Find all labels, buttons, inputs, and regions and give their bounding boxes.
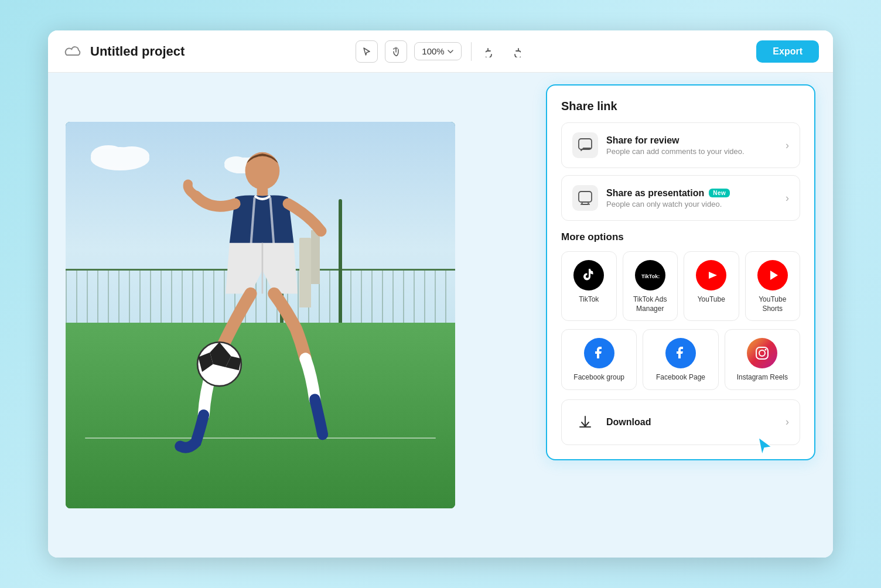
download-icon <box>572 409 598 435</box>
export-button[interactable]: Export <box>756 40 819 63</box>
platform-tiktok-ads[interactable]: TikTok: For Business TikTok Ads Manager <box>623 251 678 321</box>
svg-text:TikTok:: TikTok: <box>641 274 660 279</box>
cursor-arrow <box>754 436 775 457</box>
zoom-button[interactable]: 100% <box>414 42 461 60</box>
share-presentation-text: Share as presentation New People can onl… <box>606 188 777 208</box>
share-presentation-name: Share as presentation New <box>606 188 777 199</box>
video-canvas <box>66 122 455 508</box>
share-presentation-chevron: › <box>786 192 789 204</box>
instagram-reels-icon <box>747 338 777 368</box>
app-window: Untitled project 100% <box>48 30 833 558</box>
share-review-desc: People can add comments to your video. <box>606 147 777 156</box>
svg-rect-11 <box>579 192 592 202</box>
instagram-reels-label: Instagram Reels <box>737 373 788 382</box>
tiktok-ads-label: TikTok Ads Manager <box>628 295 673 313</box>
svg-point-17 <box>759 350 765 356</box>
share-presentation-desc: People can only watch your video. <box>606 200 777 208</box>
platform-facebook-group[interactable]: Facebook group <box>561 329 637 390</box>
project-title: Untitled project <box>90 44 185 59</box>
share-panel-title: Share link <box>561 100 800 113</box>
share-review-icon <box>572 132 598 158</box>
download-card[interactable]: Download › <box>561 399 800 445</box>
platform-instagram-reels[interactable]: Instagram Reels <box>725 329 800 390</box>
download-chevron: › <box>786 416 789 428</box>
svg-point-6 <box>245 152 280 190</box>
platform-tiktok[interactable]: TikTok <box>561 251 617 321</box>
redo-button[interactable] <box>504 41 525 62</box>
zoom-level: 100% <box>422 46 444 56</box>
yt-shorts-icon <box>757 260 788 290</box>
facebook-page-label: Facebook Page <box>656 373 705 382</box>
youtube-icon <box>696 260 726 290</box>
share-presentation-icon <box>572 185 598 211</box>
tiktok-ads-icon: TikTok: For Business <box>635 260 665 290</box>
facebook-group-label: Facebook group <box>573 373 624 382</box>
video-background <box>66 122 455 508</box>
hand-tool-button[interactable] <box>385 40 407 63</box>
player-figure <box>144 141 358 470</box>
svg-marker-15 <box>770 271 778 280</box>
header-left: Untitled project <box>62 41 346 62</box>
share-panel: Share link Share for review People can a… <box>546 84 815 460</box>
youtube-label: YouTube <box>698 295 725 305</box>
more-options-title: More options <box>561 231 800 243</box>
new-badge: New <box>709 189 730 197</box>
select-tool-button[interactable] <box>356 40 378 63</box>
platform-yt-shorts[interactable]: YouTube Shorts <box>745 251 801 321</box>
share-for-review-card[interactable]: Share for review People can add comments… <box>561 122 800 168</box>
yt-shorts-label: YouTube Shorts <box>750 295 795 313</box>
facebook-page-icon <box>665 338 696 368</box>
main-content: Share link Share for review People can a… <box>48 73 833 558</box>
platform-grid-row1: TikTok TikTok: For Business TikTok Ads M… <box>561 251 800 321</box>
header-divider <box>471 42 472 61</box>
share-review-name: Share for review <box>606 135 777 146</box>
svg-marker-14 <box>709 272 717 279</box>
header-center: 100% <box>356 40 525 63</box>
header-right: Export <box>535 40 819 63</box>
undo-redo-group <box>481 41 525 62</box>
platform-facebook-page[interactable]: Facebook Page <box>643 329 718 390</box>
facebook-group-icon <box>584 338 614 368</box>
download-label: Download <box>606 417 777 428</box>
platform-grid-row2: Facebook group Facebook Page <box>561 329 800 390</box>
tiktok-icon <box>573 260 604 290</box>
svg-point-18 <box>765 349 767 351</box>
platform-youtube[interactable]: YouTube <box>684 251 739 321</box>
cloud-icon <box>62 41 83 62</box>
share-review-text: Share for review People can add comments… <box>606 135 777 156</box>
share-presentation-card[interactable]: Share as presentation New People can onl… <box>561 175 800 221</box>
svg-marker-19 <box>759 437 771 455</box>
share-review-chevron: › <box>786 139 789 152</box>
undo-button[interactable] <box>481 41 502 62</box>
tiktok-label: TikTok <box>579 295 599 305</box>
header: Untitled project 100% <box>48 30 833 73</box>
